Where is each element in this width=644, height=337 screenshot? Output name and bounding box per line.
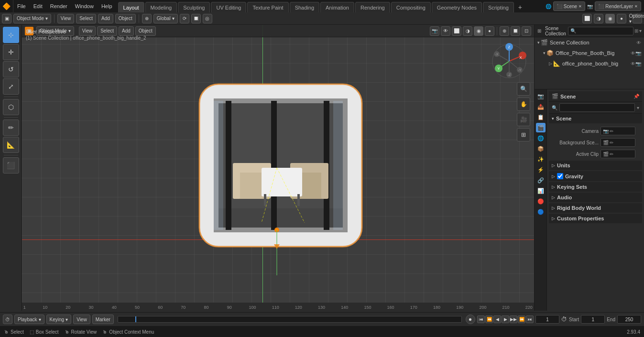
move-tool[interactable]: ✛	[3, 44, 19, 60]
scene-selector[interactable]: ⬛ Scene ✕	[553, 1, 585, 11]
prop-scene-icon[interactable]: 🎬	[536, 123, 546, 132]
viewport-shading-2[interactable]: ◑	[594, 14, 603, 23]
outliner-obj-eye-icon[interactable]: 👁	[631, 61, 635, 66]
prop-material-icon[interactable]: 🔴	[536, 196, 546, 206]
outliner-visibility-icon[interactable]: 👁	[636, 40, 641, 45]
prop-filter-dropdown-icon[interactable]: ▾	[637, 105, 639, 110]
prop-physics-icon[interactable]: ⚡	[536, 165, 546, 174]
current-frame-input[interactable]: 1	[535, 315, 559, 324]
options-btn[interactable]: Options ▾	[633, 14, 642, 23]
tab-texture-paint[interactable]: Texture Paint	[247, 2, 288, 12]
zoom-to-fit-icon[interactable]: 🔍	[517, 82, 530, 96]
custom-props-section-header[interactable]: ▷ Custom Properties	[549, 214, 642, 223]
scene-section-header[interactable]: ▾ Scene	[549, 114, 642, 123]
keying-sets-section-header[interactable]: ▷ Keying Sets	[549, 182, 642, 192]
vp-xray-icon[interactable]: ⊡	[522, 26, 531, 36]
outliner-item-scene-collection[interactable]: ▾ 🎬 Scene Collection 👁	[535, 37, 644, 48]
prop-object-icon[interactable]: 📦	[536, 144, 546, 153]
play-btn[interactable]: ▶	[502, 315, 509, 323]
vp-shading-render[interactable]: ●	[485, 26, 494, 36]
tab-animation[interactable]: Animation	[320, 2, 354, 12]
navigation-gizmo[interactable]: X -X -Y Y Z -Z	[490, 42, 528, 80]
add-cube-tool[interactable]: ⬛	[3, 157, 19, 174]
tab-shading[interactable]: Shading	[290, 2, 319, 12]
prop-particles-icon[interactable]: ✨	[536, 154, 546, 164]
playback-dropdown[interactable]: Playback ▾	[14, 315, 44, 324]
transform-tool[interactable]: ⬡	[3, 99, 19, 115]
select-btn[interactable]: Select	[76, 14, 96, 23]
outliner-obj-render-icon[interactable]: 📷	[635, 61, 641, 66]
prev-keyframe-btn[interactable]: ⏪	[485, 315, 493, 323]
object-mode-dropdown[interactable]: Object Mode ▾	[13, 14, 51, 23]
outliner-eye-icon[interactable]: 👁	[631, 51, 635, 56]
prop-filter-search[interactable]	[559, 103, 635, 112]
active-clip-edit-icon[interactable]: ✏	[610, 152, 613, 157]
vp-render-overlay[interactable]: 👁	[441, 26, 450, 36]
tab-scripting[interactable]: Scripting	[483, 2, 514, 12]
global-dropdown[interactable]: Global ▾	[153, 14, 178, 23]
timeline-type-icon[interactable]: ⏱	[3, 315, 12, 324]
prop-output-icon[interactable]: 📤	[536, 102, 546, 111]
object-btn[interactable]: Object	[115, 14, 136, 23]
outliner-search[interactable]	[568, 27, 633, 35]
menu-render[interactable]: Render	[46, 0, 71, 12]
scale-tool[interactable]: ⤢	[3, 78, 19, 95]
annotate-tool[interactable]: ✏	[3, 120, 19, 136]
mode-icon-btn[interactable]: ▣	[2, 14, 11, 23]
render-layer-selector[interactable]: ⬛ RenderLayer ✕	[595, 1, 641, 11]
rigid-body-section-header[interactable]: ▷ Rigid Body World	[549, 203, 642, 213]
outliner-sort-icon[interactable]: ▾	[639, 28, 642, 33]
vp-overlay-icon[interactable]: 🔲	[511, 26, 520, 36]
bg-scene-edit-icon[interactable]: ✏	[610, 140, 613, 145]
pivot-icon[interactable]: ⟳	[180, 14, 189, 23]
tab-uv-editing[interactable]: UV Editing	[211, 2, 246, 12]
camera-value[interactable]: 📷 ✏	[600, 127, 635, 135]
camera-edit-icon[interactable]: ✏	[610, 129, 613, 134]
end-frame-input[interactable]: 250	[617, 315, 641, 324]
tab-layout[interactable]: Layout	[118, 2, 144, 12]
menu-help[interactable]: Help	[98, 0, 116, 12]
prop-world-icon[interactable]: 🌐	[536, 133, 546, 143]
menu-edit[interactable]: Edit	[30, 0, 46, 12]
prop-data-icon[interactable]: 📊	[536, 186, 546, 196]
tab-compositing[interactable]: Compositing	[391, 2, 431, 12]
prop-constraints-icon[interactable]: 🔗	[536, 175, 546, 185]
outliner-filter-icon[interactable]: ⊞	[634, 28, 638, 33]
jump-end-btn[interactable]: ⏭	[526, 315, 534, 323]
next-frame-btn[interactable]: ▶▶	[510, 315, 517, 323]
tab-modeling[interactable]: Modeling	[145, 2, 177, 12]
vp-shading-wire[interactable]: ⬜	[452, 26, 461, 36]
hand-pan-icon[interactable]: ✋	[517, 98, 530, 111]
prop-view-layer-icon[interactable]: 📋	[536, 112, 546, 122]
timeline-view-btn[interactable]: View	[73, 315, 90, 324]
vp-gizmo-icon[interactable]: ⊕	[500, 26, 509, 36]
cursor-tool[interactable]: ⊹	[3, 27, 19, 43]
measure-tool[interactable]: 📐	[3, 137, 19, 153]
bg-scene-value[interactable]: 🎬 ✏	[600, 138, 635, 147]
vp-shading-solid[interactable]: ◑	[463, 26, 472, 36]
render-region-icon[interactable]: ⊞	[517, 128, 530, 141]
snap-icon[interactable]: 🔲	[191, 14, 201, 23]
prop-pin-icon[interactable]: 📌	[633, 94, 639, 99]
transform-global-icon[interactable]: ⊕	[142, 14, 152, 23]
gravity-checkbox[interactable]	[557, 173, 563, 179]
outliner-render-icon[interactable]: 📷	[635, 51, 641, 56]
active-clip-value[interactable]: 🎬 ✏	[600, 150, 635, 158]
prop-shaderfx-icon[interactable]: 🔵	[536, 207, 546, 217]
outliner-item-collection[interactable]: ▾ 📦 Office_Phone_Booth_Big 👁 📷	[540, 48, 644, 58]
prop-render-icon[interactable]: 📷	[536, 91, 546, 101]
viewport-shading-3[interactable]: ◉	[605, 14, 615, 23]
vp-shading-material[interactable]: ◉	[474, 26, 483, 36]
rotate-tool[interactable]: ↺	[3, 61, 19, 77]
add-btn[interactable]: Add	[98, 14, 113, 23]
jump-start-btn[interactable]: ⏮	[477, 315, 485, 323]
proportional-edit-icon[interactable]: ◎	[203, 14, 212, 23]
timeline-track[interactable]	[118, 316, 462, 323]
gravity-section-header[interactable]: ▷ Gravity	[549, 171, 642, 181]
tab-sculpting[interactable]: Sculpting	[178, 2, 210, 12]
units-section-header[interactable]: ▷ Units	[549, 161, 642, 170]
prev-frame-btn[interactable]: ◀	[493, 315, 501, 323]
frame-dot-btn[interactable]: ⏺	[466, 315, 475, 324]
camera-view-icon[interactable]: 🎥	[517, 113, 530, 126]
next-keyframe-btn[interactable]: ⏩	[518, 315, 525, 323]
